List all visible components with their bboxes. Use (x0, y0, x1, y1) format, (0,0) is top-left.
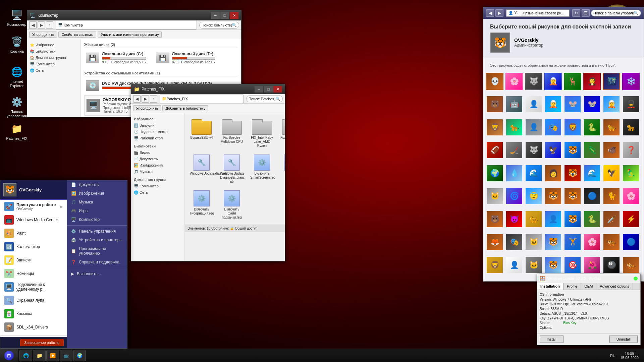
avatar-cell-49[interactable]: 🐻 (486, 210, 503, 228)
patches-back-button[interactable]: ◀ (133, 95, 141, 103)
file-winupdate-diag2[interactable]: 🔧 WindowsUpdate Diagnostic.diagc ab (218, 153, 245, 185)
start-right-defaults[interactable]: 📋 Программы по умолчанию (67, 244, 127, 258)
file-hibernation[interactable]: ⚙️ Включить Гибернация.reg (188, 189, 215, 221)
sidebar-computer-link[interactable]: 🖥️ Компьютер (131, 183, 184, 189)
avatar-cell-23[interactable]: 🐆 (603, 119, 620, 136)
avatar-cell-57[interactable]: 🦊 (486, 233, 503, 251)
avatar-cell-18[interactable]: 🐆 (505, 119, 523, 136)
desktop-icon-ie[interactable]: 🌐 Internet Explorer (3, 64, 30, 89)
account-address-bar[interactable]: 👤 Уч... > Изменение своего ри... (506, 9, 570, 17)
sidebar-network-link[interactable]: 🌐 Сеть (131, 189, 184, 196)
patches-organize-button[interactable]: Упорядочить (133, 105, 161, 111)
start-item-scissors[interactable]: ✂️ Ножницы (0, 267, 67, 280)
avatar-cell-11[interactable]: 👤 (525, 96, 542, 113)
sidebar-images[interactable]: 🖼️ Изображения (131, 162, 184, 169)
patches-address-bar[interactable]: 📁 Patches_FIX (160, 95, 244, 103)
start-item-wmc[interactable]: 📺 Windows Media Center (0, 213, 67, 227)
loader-tab-advanced[interactable]: Advanced options (596, 283, 633, 290)
avatar-cell-51[interactable]: 🐆 (525, 210, 542, 228)
patches-add-library-button[interactable]: Добавить в библиотеку (162, 105, 208, 111)
patches-search-input[interactable] (249, 97, 275, 101)
sidebar-network[interactable]: 🌐 Сеть (27, 67, 80, 74)
avatar-cell-70[interactable]: 🌺 (583, 256, 601, 274)
sidebar-home-group[interactable]: 🏠 Домашняя группа (27, 55, 80, 61)
shutdown-button[interactable]: Завершение работы (20, 339, 64, 346)
avatar-cell-29[interactable]: 🐯 (564, 141, 581, 159)
avatar-cell-8[interactable]: ❄️ (622, 73, 640, 90)
avatar-cell-35[interactable]: 🌊 (525, 165, 542, 182)
start-item-paint[interactable]: 🎨 Paint (0, 227, 67, 240)
avatar-cell-50[interactable]: 😈 (505, 210, 523, 228)
disk-d[interactable]: 💾 Локальный диск (D:) 87,8 ГБ свободно и… (154, 50, 217, 66)
desktop-icon-patches[interactable]: 📁 Patches_FIX (3, 121, 30, 142)
sidebar-libraries[interactable]: 📚 Библиотеки (27, 48, 80, 55)
start-right-documents[interactable]: 📄 Документы (67, 180, 127, 189)
loader-tab-profile[interactable]: Profile (564, 283, 581, 290)
avatar-cell-59[interactable]: 🐱 (525, 233, 542, 251)
search-input[interactable] (202, 23, 232, 27)
avatar-cell-34[interactable]: 💧 (505, 165, 523, 182)
avatar-cell-39[interactable]: 🦅 (603, 165, 620, 182)
avatar-cell-12[interactable]: 🧝 (544, 96, 562, 113)
file-smartscreen[interactable]: ⚙️ Включить SmartScreen.reg (249, 153, 275, 185)
loader-tab-oem[interactable]: OEM (581, 283, 596, 290)
account-nav2-button[interactable]: ☰ (582, 9, 590, 17)
avatar-cell-36[interactable]: 👩 (544, 165, 562, 182)
avatar-cell-41[interactable]: 🐱 (486, 187, 503, 205)
avatar-cell-6[interactable]: 🧛 (583, 73, 601, 90)
avatar-cell-62[interactable]: 🌸 (583, 233, 601, 251)
avatar-cell-58[interactable]: 🎭 (505, 233, 523, 251)
avatar-cell-15[interactable]: 🧝 (603, 96, 620, 113)
avatar-cell-55[interactable]: 🗡️ (603, 210, 620, 228)
taskbar-item-2[interactable]: ▶️ (46, 350, 59, 361)
sidebar-desktop[interactable]: 🖥️ Рабочий стол (131, 135, 184, 141)
start-right-run[interactable]: ▶ Выполнить... (67, 269, 127, 278)
avatar-cell-28[interactable]: 🦅 (544, 141, 562, 159)
avatar-cell-53[interactable]: 🐯 (564, 210, 581, 228)
avatar-cell-56[interactable]: ⚡ (622, 210, 640, 228)
avatar-cell-19[interactable]: 👤 (525, 119, 542, 136)
start-right-games[interactable]: 🎮 Игры (67, 206, 127, 215)
file-fix-reg[interactable]: Fix_REG_Anivir (279, 116, 285, 149)
desktop-icon-recycle[interactable]: 🗑️ Корзина (3, 34, 30, 55)
loader-install-button[interactable]: Install (540, 336, 564, 343)
start-right-help[interactable]: ❓ Справка и поддержка (67, 258, 127, 266)
avatar-cell-38[interactable]: 🌊 (583, 165, 601, 182)
start-item-notes[interactable]: 📝 Записки (0, 253, 67, 267)
uninstall-button[interactable]: Удалить или изменить программу (98, 32, 162, 38)
start-button[interactable]: ⊞ (0, 349, 18, 362)
avatar-cell-3[interactable]: 🐺 (525, 73, 542, 90)
account-search-input[interactable] (593, 11, 634, 15)
patches-up-button[interactable]: ↑ (150, 95, 157, 103)
file-uac[interactable]: ⚙️ Включить UAC.reg (279, 153, 285, 185)
patches-minimize-button[interactable]: ─ (255, 86, 263, 93)
start-right-music[interactable]: 🎵 Музыка (67, 198, 127, 206)
avatar-cell-21[interactable]: 🦁 (564, 119, 581, 136)
avatar-cell-48[interactable]: 🌸 (622, 187, 640, 205)
avatar-cell-20[interactable]: 🎭 (544, 119, 562, 136)
start-item-calc[interactable]: 🔢 Калькулятор (0, 240, 67, 253)
minimize-button[interactable]: ─ (211, 12, 220, 19)
file-fix-spectre[interactable]: Fix Spectre Meltdown CPU (218, 116, 245, 149)
avatar-cell-25[interactable]: 🏈 (486, 141, 503, 159)
avatar-cell-24[interactable]: 🐆 (622, 119, 640, 136)
avatar-cell-26[interactable]: 🏒 (505, 141, 523, 159)
avatar-cell-64[interactable]: 🔵 (622, 233, 640, 251)
avatar-cell-13[interactable]: 🐭 (564, 96, 581, 113)
file-fix-intel[interactable]: FIX_Intel Kaby Lake_AMD Ryzen (249, 116, 275, 149)
patches-forward-button[interactable]: ▶ (142, 95, 149, 103)
avatar-cell-44[interactable]: 🐯 (544, 187, 562, 205)
avatar-cell-43[interactable]: 😇 (525, 187, 542, 205)
avatar-cell-32[interactable]: ❓ (622, 141, 640, 159)
avatar-cell-9[interactable]: 🐻 (486, 96, 503, 113)
avatar-cell-40[interactable]: 🦜 (622, 165, 640, 182)
loader-uninstall-button[interactable]: Uninstall (609, 336, 638, 343)
avatar-cell-61[interactable]: 🏋️ (564, 233, 581, 251)
avatar-cell-16[interactable]: 💂 (622, 96, 640, 113)
sidebar-video[interactable]: 🎬 Видео (131, 149, 184, 156)
account-forward-button[interactable]: ▶ (495, 9, 503, 17)
avatar-cell-72[interactable]: 🐅 (622, 256, 640, 274)
account-back-button[interactable]: ◀ (486, 9, 494, 17)
sidebar-documents[interactable]: 📄 Документы (131, 156, 184, 162)
avatar-cell-66[interactable]: 👤 (505, 256, 523, 274)
